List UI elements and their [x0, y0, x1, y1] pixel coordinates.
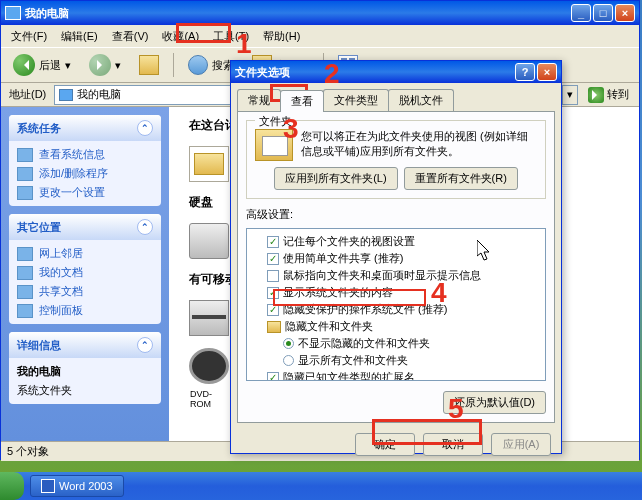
go-button[interactable]: 转到	[582, 87, 635, 103]
checkbox-icon: ✓	[267, 287, 279, 299]
start-button[interactable]	[0, 472, 24, 500]
maximize-button[interactable]: □	[593, 4, 613, 22]
restore-defaults-button[interactable]: 还原为默认值(D)	[443, 391, 546, 414]
addremove-icon	[17, 167, 33, 181]
reset-all-folders-button[interactable]: 重置所有文件夹(R)	[404, 167, 518, 190]
address-dropdown[interactable]: ▾	[562, 85, 578, 105]
tree-row[interactable]: 显示所有文件和文件夹	[253, 352, 539, 369]
tree-label: 显示所有文件和文件夹	[298, 353, 408, 368]
radio-icon	[283, 338, 294, 349]
tree-row[interactable]: 不显示隐藏的文件和文件夹	[253, 335, 539, 352]
settings-icon	[17, 186, 33, 200]
sidebar-item-mydocs[interactable]: 我的文档	[17, 265, 153, 280]
menu-view[interactable]: 查看(V)	[106, 27, 155, 46]
details-name: 我的电脑	[17, 364, 153, 379]
sidebar-item-changesetting[interactable]: 更改一个设置	[17, 185, 153, 200]
up-icon	[139, 55, 159, 75]
up-button[interactable]	[133, 51, 165, 79]
arrow-right-icon	[89, 54, 111, 76]
dialog-title: 文件夹选项	[235, 65, 515, 80]
tree-row[interactable]: ✓显示系统文件夹的内容	[253, 284, 539, 301]
advanced-settings-tree[interactable]: ✓记住每个文件夹的视图设置✓使用简单文件共享 (推荐)鼠标指向文件夹和桌面项时显…	[246, 228, 546, 381]
tree-row[interactable]: ✓记住每个文件夹的视图设置	[253, 233, 539, 250]
close-dialog-button[interactable]: ×	[537, 63, 557, 81]
dialog-titlebar[interactable]: 文件夹选项 ? ×	[231, 61, 561, 83]
tree-row[interactable]: ✓隐藏已知文件类型的扩展名	[253, 369, 539, 381]
menu-help[interactable]: 帮助(H)	[257, 27, 306, 46]
sidebar: 系统任务⌃ 查看系统信息 添加/删除程序 更改一个设置 其它位置⌃ 网上邻居 我…	[1, 107, 169, 441]
cancel-button[interactable]: 取消	[423, 433, 483, 456]
removable-icon	[189, 300, 229, 336]
taskbar-item-word[interactable]: Word 2003	[30, 475, 124, 497]
hdd-icon	[189, 223, 229, 259]
ok-button[interactable]: 确定	[355, 433, 415, 456]
word-icon	[41, 479, 55, 493]
checkbox-icon: ✓	[267, 372, 279, 382]
menu-tools[interactable]: 工具(T)	[207, 27, 255, 46]
chevron-up-icon: ⌃	[137, 219, 153, 235]
menu-file[interactable]: 文件(F)	[5, 27, 53, 46]
group-desc: 您可以将正在为此文件夹使用的视图 (例如详细信息或平铺)应用到所有文件夹。	[301, 129, 537, 161]
tab-view[interactable]: 查看	[280, 90, 324, 112]
checkbox-icon: ✓	[267, 253, 279, 265]
sidebar-item-network[interactable]: 网上邻居	[17, 246, 153, 261]
sidebar-item-addremove[interactable]: 添加/删除程序	[17, 166, 153, 181]
panel-header[interactable]: 系统任务⌃	[9, 115, 161, 141]
titlebar[interactable]: 我的电脑 _ □ ×	[1, 1, 639, 25]
details-type: 系统文件夹	[17, 383, 153, 398]
tree-row[interactable]: 鼠标指向文件夹和桌面项时显示提示信息	[253, 267, 539, 284]
tree-label: 显示系统文件夹的内容	[283, 285, 393, 300]
minimize-button[interactable]: _	[571, 4, 591, 22]
close-button[interactable]: ×	[615, 4, 635, 22]
window-title: 我的电脑	[25, 6, 571, 21]
documents-icon	[17, 266, 33, 280]
tree-label: 使用简单文件共享 (推荐)	[283, 251, 403, 266]
tree-label: 鼠标指向文件夹和桌面项时显示提示信息	[283, 268, 481, 283]
forward-button[interactable]: ▾	[83, 50, 127, 80]
menu-edit[interactable]: 编辑(E)	[55, 27, 104, 46]
sidebar-item-sysinfo[interactable]: 查看系统信息	[17, 147, 153, 162]
menubar: 文件(F) 编辑(E) 查看(V) 收藏(A) 工具(T) 帮助(H)	[1, 25, 639, 47]
checkbox-icon: ✓	[267, 304, 279, 316]
tree-row[interactable]: 隐藏文件和文件夹	[253, 318, 539, 335]
tabs: 常规 查看 文件类型 脱机文件	[231, 83, 561, 111]
tree-label: 记住每个文件夹的视图设置	[283, 234, 415, 249]
apply-button[interactable]: 应用(A)	[491, 433, 551, 456]
group-legend: 文件夹	[255, 114, 296, 129]
chevron-up-icon: ⌃	[137, 337, 153, 353]
panel-other-places: 其它位置⌃ 网上邻居 我的文档 共享文档 控制面板	[9, 214, 161, 324]
tree-row[interactable]: ✓隐藏受保护的操作系统文件 (推荐)	[253, 301, 539, 318]
tab-filetypes[interactable]: 文件类型	[323, 89, 389, 111]
arrow-left-icon	[13, 54, 35, 76]
address-value: 我的电脑	[77, 87, 121, 102]
help-button[interactable]: ?	[515, 63, 535, 81]
my-computer-mini-icon	[59, 89, 73, 101]
folder-icon	[267, 321, 281, 333]
advanced-label: 高级设置:	[246, 207, 546, 222]
folder-views-group: 文件夹 您可以将正在为此文件夹使用的视图 (例如详细信息或平铺)应用到所有文件夹…	[246, 120, 546, 199]
apply-all-folders-button[interactable]: 应用到所有文件夹(L)	[274, 167, 397, 190]
cursor-icon	[477, 240, 493, 262]
tab-general[interactable]: 常规	[237, 89, 281, 111]
tree-label: 隐藏已知文件类型的扩展名	[283, 370, 415, 381]
shared-icon	[17, 285, 33, 299]
tree-label: 隐藏受保护的操作系统文件 (推荐)	[283, 302, 447, 317]
back-button[interactable]: 后退 ▾	[7, 50, 77, 80]
sidebar-item-shared[interactable]: 共享文档	[17, 284, 153, 299]
go-icon	[588, 87, 604, 103]
tree-row[interactable]: ✓使用简单文件共享 (推荐)	[253, 250, 539, 267]
folder-pair-icon	[255, 129, 293, 161]
panel-header[interactable]: 其它位置⌃	[9, 214, 161, 240]
info-icon	[17, 148, 33, 162]
chevron-up-icon: ⌃	[137, 120, 153, 136]
taskbar: Word 2003	[0, 472, 642, 500]
folder-options-dialog: 文件夹选项 ? × 常规 查看 文件类型 脱机文件 文件夹 您可以将正在为此文件…	[230, 60, 562, 454]
tab-offline[interactable]: 脱机文件	[388, 89, 454, 111]
panel-details: 详细信息⌃ 我的电脑 系统文件夹	[9, 332, 161, 404]
menu-favorites[interactable]: 收藏(A)	[156, 27, 205, 46]
panel-header[interactable]: 详细信息⌃	[9, 332, 161, 358]
tree-label: 隐藏文件和文件夹	[285, 319, 373, 334]
sidebar-item-control[interactable]: 控制面板	[17, 303, 153, 318]
my-computer-icon	[5, 6, 21, 20]
tabpage-view: 文件夹 您可以将正在为此文件夹使用的视图 (例如详细信息或平铺)应用到所有文件夹…	[237, 111, 555, 423]
